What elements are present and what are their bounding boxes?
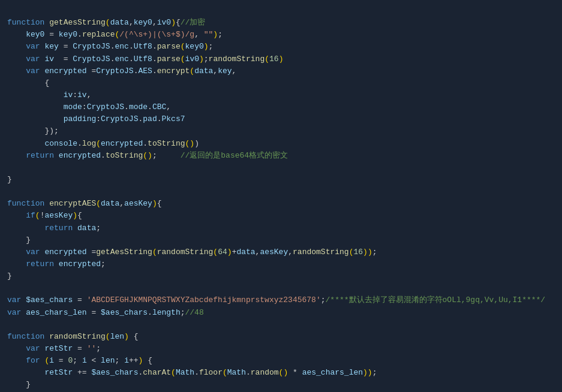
line-1: function getAesString(data,key0,iv0){//加…: [7, 18, 205, 27]
line-10: });: [7, 126, 59, 135]
line-21: return encrypted;: [7, 260, 106, 269]
line-7: iv:iv,: [7, 91, 91, 99]
line-30: retStr += $aes_chars.charAt(Math.floor(M…: [7, 368, 377, 377]
line-16: function encryptAES(data,aesKey){: [7, 199, 162, 208]
line-27: function randomString(len) {: [7, 332, 139, 341]
line-6: {: [7, 79, 49, 88]
line-24: var $aes_chars = 'ABCDEFGHJKMNPQRSTWXYZa…: [7, 295, 545, 304]
line-2: key0 = key0.replace(/(^\s+)|(\s+$)/g, ""…: [7, 30, 223, 39]
line-3: var key = CryptoJS.enc.Utf8.parse(key0);: [7, 42, 213, 51]
line-25: var aes_chars_len = $aes_chars.length;//…: [7, 308, 204, 317]
line-12: return encrypted.toString(); //返回的是base6…: [7, 151, 288, 160]
line-11: console.log(encrypted.toString()): [7, 139, 199, 148]
line-20: var encrypted =getAesString(randomString…: [7, 248, 377, 257]
line-31: }: [7, 380, 31, 389]
line-8: mode:CryptoJS.mode.CBC,: [7, 102, 171, 111]
line-17: if(!aesKey){: [7, 211, 82, 220]
line-5: var encrypted =CryptoJS.AES.encrypt(data…: [7, 67, 236, 76]
line-14: }: [7, 175, 12, 184]
line-4: var iv = CryptoJS.enc.Utf8.parse(iv0);ra…: [7, 55, 283, 64]
line-29: for (i = 0; i < len; i++) {: [7, 356, 152, 365]
line-18: return data;: [7, 224, 101, 233]
line-9: padding:CryptoJS.pad.Pkcs7: [7, 114, 185, 123]
line-19: }: [7, 236, 31, 245]
line-28: var retStr = '';: [7, 344, 101, 353]
line-22: }: [7, 272, 12, 281]
code-editor: function getAesString(data,key0,iv0){//加…: [0, 2, 562, 392]
